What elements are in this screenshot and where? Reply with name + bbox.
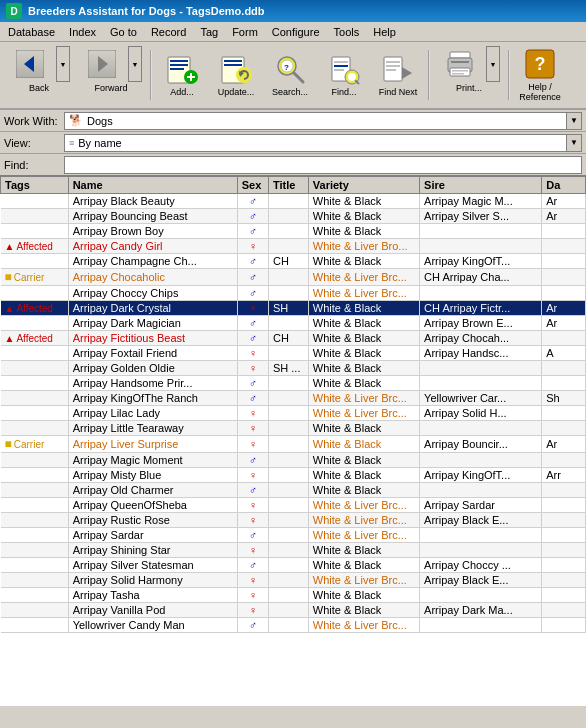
table-row[interactable]: Arripay Magic Moment♂White & Black: [1, 453, 586, 468]
sire-cell: [420, 543, 542, 558]
table-row[interactable]: Arripay Little Tearaway♀White & Black: [1, 421, 586, 436]
table-row[interactable]: Arripay Tasha♀White & Black: [1, 588, 586, 603]
title-cell: [268, 483, 308, 498]
sire-cell: Arripay Solid H...: [420, 406, 542, 421]
print-dropdown[interactable]: ▼: [486, 46, 500, 82]
svg-text:D: D: [10, 6, 17, 17]
menu-configure[interactable]: Configure: [266, 24, 326, 40]
table-row[interactable]: Arripay Old Charmer♂White & Black: [1, 483, 586, 498]
name-cell: Arripay Black Beauty: [68, 194, 237, 209]
update-label: Update...: [218, 87, 255, 97]
update-button[interactable]: Update...: [210, 46, 262, 104]
menu-tools[interactable]: Tools: [328, 24, 366, 40]
search-button[interactable]: ? Search...: [264, 46, 316, 104]
workwith-dropdown[interactable]: ▼: [566, 112, 582, 130]
sire-cell: [420, 453, 542, 468]
variety-cell: White & Black: [308, 483, 419, 498]
name-cell: Arripay Handsome Prir...: [68, 376, 237, 391]
tag-cell: [1, 483, 69, 498]
table-row[interactable]: ■ CarrierArripay Chocaholic♂White & Live…: [1, 269, 586, 286]
table-row[interactable]: Arripay Brown Boy♂White & Black: [1, 224, 586, 239]
da-cell: [542, 224, 586, 239]
tag-cell: [1, 254, 69, 269]
help-button[interactable]: ? Help / Reference: [514, 46, 566, 104]
view-dropdown[interactable]: ▼: [566, 134, 582, 152]
svg-rect-32: [386, 69, 396, 71]
da-cell: [542, 618, 586, 633]
sex-cell: ♂: [237, 224, 268, 239]
svg-rect-23: [334, 61, 348, 63]
sex-cell: ♂: [237, 331, 268, 346]
title-cell: [268, 316, 308, 331]
menu-help[interactable]: Help: [367, 24, 402, 40]
table-row[interactable]: Arripay KingOfThe Ranch♂White & Liver Br…: [1, 391, 586, 406]
title-cell: [268, 421, 308, 436]
menu-tag[interactable]: Tag: [194, 24, 224, 40]
tag-cell: [1, 573, 69, 588]
find-label-bar: Find:: [4, 159, 64, 171]
menu-record[interactable]: Record: [145, 24, 192, 40]
tag-cell: ■ Carrier: [1, 436, 69, 453]
table-row[interactable]: Arripay Shining Star♀White & Black: [1, 543, 586, 558]
table-row[interactable]: Arripay Sardar♂White & Liver Brc...: [1, 528, 586, 543]
tag-cell: [1, 603, 69, 618]
table-row[interactable]: ▲ AffectedArripay Candy Girl♀White & Liv…: [1, 239, 586, 254]
find-next-button[interactable]: Find Next: [372, 46, 424, 104]
add-button[interactable]: Add...: [156, 46, 208, 104]
sex-cell: ♂: [237, 453, 268, 468]
name-cell: Arripay QueenOfSheba: [68, 498, 237, 513]
view-field[interactable]: ≡ By name: [64, 134, 567, 152]
menu-form[interactable]: Form: [226, 24, 264, 40]
table-row[interactable]: Arripay QueenOfSheba♀White & Liver Brc..…: [1, 498, 586, 513]
table-row[interactable]: Arripay Handsome Prir...♂White & Black: [1, 376, 586, 391]
svg-rect-31: [386, 65, 400, 67]
tag-cell: [1, 468, 69, 483]
sex-cell: ♂: [237, 558, 268, 573]
name-cell: Arripay Old Charmer: [68, 483, 237, 498]
variety-cell: White & Liver Brc...: [308, 269, 419, 286]
variety-cell: White & Black: [308, 376, 419, 391]
variety-cell: White & Black: [308, 453, 419, 468]
table-row[interactable]: Arripay Lilac Lady♀White & Liver Brc...A…: [1, 406, 586, 421]
table-row[interactable]: Arripay Black Beauty♂White & BlackArripa…: [1, 194, 586, 209]
table-row[interactable]: Arripay Golden Oldie♀SH ...White & Black: [1, 361, 586, 376]
name-cell: Arripay Rustic Rose: [68, 513, 237, 528]
find-button[interactable]: Find...: [318, 46, 370, 104]
table-row[interactable]: Arripay Dark Magician♂White & BlackArrip…: [1, 316, 586, 331]
back-dropdown[interactable]: ▼: [56, 46, 70, 82]
list-area[interactable]: Tags Name Sex Title Variety Sire Da Arri…: [0, 176, 586, 706]
workwith-field[interactable]: 🐕 Dogs: [64, 112, 567, 130]
table-row[interactable]: Arripay Misty Blue♀White & BlackArripay …: [1, 468, 586, 483]
table-row[interactable]: ■ CarrierArripay Liver Surprise♀White & …: [1, 436, 586, 453]
da-cell: [542, 513, 586, 528]
table-row[interactable]: Yellowriver Candy Man♂White & Liver Brc.…: [1, 618, 586, 633]
sex-cell: ♀: [237, 573, 268, 588]
sex-cell: ♂: [237, 376, 268, 391]
toolbar-sep-2: [428, 50, 430, 100]
table-row[interactable]: Arripay Bouncing Beast♂White & BlackArri…: [1, 209, 586, 224]
sire-cell: Arripay Sardar: [420, 498, 542, 513]
table-row[interactable]: Arripay Vanilla Pod♀White & BlackArripay…: [1, 603, 586, 618]
table-row[interactable]: Arripay Silver Statesman♂White & BlackAr…: [1, 558, 586, 573]
variety-cell: White & Liver Brc...: [308, 406, 419, 421]
variety-cell: White & Liver Brc...: [308, 391, 419, 406]
da-cell: Ar: [542, 316, 586, 331]
find-input[interactable]: [64, 156, 582, 174]
sire-cell: Arripay Choccy ...: [420, 558, 542, 573]
col-header-title: Title: [268, 177, 308, 194]
sex-cell: ♀: [237, 468, 268, 483]
tag-cell: [1, 618, 69, 633]
table-row[interactable]: Arripay Champagne Ch...♂CHWhite & BlackA…: [1, 254, 586, 269]
table-row[interactable]: Arripay Rustic Rose♀White & Liver Brc...…: [1, 513, 586, 528]
col-header-da: Da: [542, 177, 586, 194]
sire-cell: Arripay Handsc...: [420, 346, 542, 361]
sex-cell: ♂: [237, 209, 268, 224]
sex-cell: ♀: [237, 421, 268, 436]
table-row[interactable]: Arripay Foxtail Friend♀White & BlackArri…: [1, 346, 586, 361]
table-row[interactable]: Arripay Solid Harmony♀White & Liver Brc.…: [1, 573, 586, 588]
table-row[interactable]: ▲ AffectedArripay Dark Crystal♀SHWhite &…: [1, 301, 586, 316]
table-row[interactable]: ▲ AffectedArripay Fictitious Beast♂CHWhi…: [1, 331, 586, 346]
forward-dropdown[interactable]: ▼: [128, 46, 142, 82]
table-row[interactable]: Arripay Choccy Chips♂White & Liver Brc..…: [1, 286, 586, 301]
search-icon: ?: [274, 53, 306, 85]
